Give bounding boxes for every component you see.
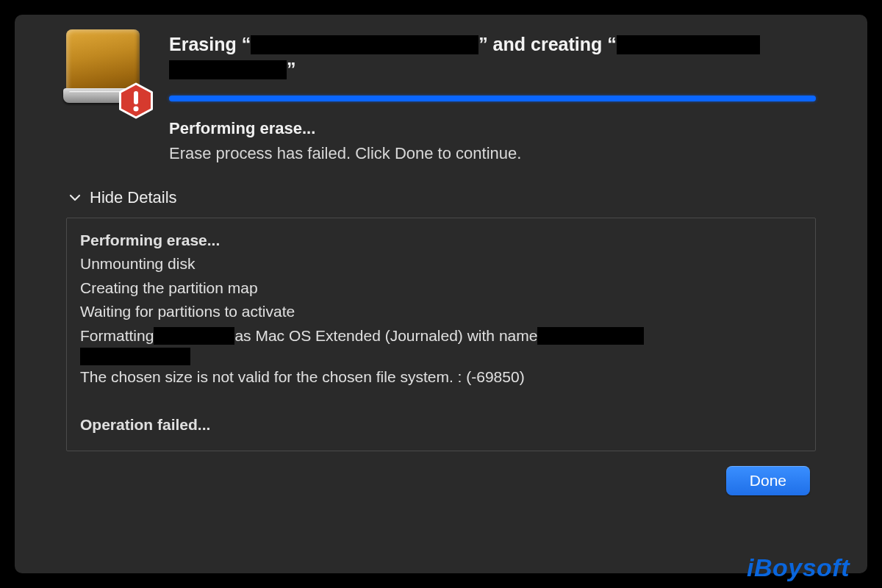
done-button[interactable]: Done	[726, 466, 810, 495]
redacted-vol-name-a	[537, 327, 644, 345]
alert-badge-icon	[118, 82, 154, 119]
details-log: Performing erase... Unmounting disk Crea…	[66, 218, 816, 451]
button-row: Done	[66, 466, 816, 495]
log-line	[80, 390, 802, 414]
header-text: Erasing “ ” and creating “ ” Performing …	[169, 29, 816, 163]
svg-point-2	[134, 107, 139, 112]
status-subtext: Erase process has failed. Click Done to …	[169, 144, 816, 163]
title-suffix: ”	[287, 57, 296, 82]
chevron-down-icon	[69, 192, 81, 204]
title-prefix: Erasing “	[169, 32, 251, 57]
log-line	[80, 348, 802, 365]
details-toggle-label: Hide Details	[90, 188, 177, 207]
redacted-vol-name-b	[80, 348, 190, 365]
external-drive-icon	[66, 29, 147, 110]
log-line: Formatting as Mac OS Extended (Journaled…	[80, 324, 802, 348]
log-line: Creating the partition map	[80, 276, 802, 301]
log-line: Waiting for partitions to activate	[80, 300, 802, 324]
progress-bar	[169, 96, 816, 101]
dialog-title: Erasing “ ” and creating “ ”	[169, 32, 816, 82]
header-row: Erasing “ ” and creating “ ” Performing …	[66, 29, 816, 163]
dialog-panel: Erasing “ ” and creating “ ” Performing …	[15, 15, 867, 573]
redacted-disk-id	[154, 327, 234, 345]
status-heading: Performing erase...	[169, 119, 816, 138]
redacted-target-name-a	[617, 35, 760, 54]
redacted-target-name-b	[169, 60, 287, 79]
log-line: The chosen size is not valid for the cho…	[80, 365, 802, 390]
log-line: Operation failed...	[80, 413, 802, 437]
watermark-text: iBoysoft	[747, 553, 850, 582]
redacted-source-name	[251, 35, 478, 54]
log-line: Performing erase...	[80, 229, 802, 253]
title-mid: ” and creating “	[478, 32, 617, 57]
details-toggle[interactable]: Hide Details	[69, 188, 177, 207]
log-line: Unmounting disk	[80, 252, 802, 276]
svg-rect-1	[134, 91, 138, 104]
